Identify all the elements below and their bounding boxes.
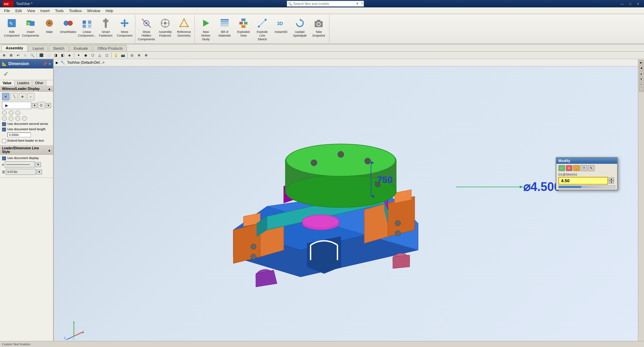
modify-spin-up[interactable]: ▲ [609,178,614,181]
tab-sketch[interactable]: Sketch [49,45,69,51]
update-speedpak-button[interactable]: UpdateSpeedpak [291,15,309,40]
use-doc-second-checkbox[interactable]: ✓ [2,122,6,126]
take-snapshot-button[interactable]: TakeSnapshot [310,15,328,40]
minimize-button[interactable]: — [618,1,626,6]
modify-cancel-btn[interactable]: ✕ [566,165,572,171]
tb2-display4[interactable]: ◧ [59,52,66,59]
modify-edit-btn[interactable]: ✎ [588,165,595,171]
search-input[interactable] [293,2,355,6]
radio-1-3[interactable] [15,110,20,115]
tb2-cameras[interactable]: 📷 [120,52,126,59]
tb2-rotate[interactable]: ↩ [15,52,21,59]
line-width-dropdown[interactable]: ▼ [37,169,42,175]
arrow-page-icon[interactable]: 🗋 [38,102,45,109]
tb2-display1[interactable]: ⬛ [38,52,45,59]
witness-icon-1[interactable]: ✕ [2,93,9,100]
menu-file[interactable]: File [1,8,13,13]
right-btn-3[interactable]: ▲ [639,71,644,76]
use-doc-display-checkbox[interactable]: ✓ [2,156,6,160]
right-btn-2[interactable]: ◀ [639,66,644,70]
bend-value-input[interactable] [7,133,31,137]
tb2-display3[interactable]: ◨ [52,52,59,59]
tb2-section3[interactable]: ⬡ [89,52,96,59]
right-btn-4[interactable]: ▼ [639,77,644,81]
right-btn-6[interactable]: - [639,87,644,92]
linear-component-button[interactable]: LinearComponent... [78,15,96,40]
search-help-icon[interactable]: ? [360,2,364,6]
tab-layout[interactable]: Layout [28,45,48,51]
witness-leader-collapse[interactable]: ▲ [48,87,51,91]
modify-value-input[interactable] [558,177,608,185]
tb2-zoom-fit[interactable]: ⊞ [8,52,14,59]
tb2-section4[interactable]: △ [96,52,103,59]
modify-slider[interactable] [558,186,615,188]
tb2-display2[interactable]: ⬜ [45,52,52,59]
menu-tools[interactable]: Tools [52,8,66,13]
instant3d-button[interactable]: 3D Instant3D [272,15,290,40]
right-btn-1[interactable]: ▶ [639,60,644,65]
tab-evaluate[interactable]: Evaluate [70,45,93,51]
tb2-hide3[interactable]: ⊕ [143,52,149,59]
leader-dim-line-header[interactable]: Leader/Dimension LineStyle ▲ [0,146,53,155]
viewport[interactable]: ▶ 🔧 ToolVise (Default<Def...> [54,59,638,347]
extend-bent-checkbox[interactable] [2,139,6,143]
modify-question-btn[interactable]: ? [581,165,587,171]
tb2-orientation[interactable]: ⊕ [1,52,7,59]
tab-office-products[interactable]: Office Products [93,45,127,51]
move-component-button[interactable]: MoveComponent [116,15,134,40]
explode-line-sketch-button[interactable]: ExplodeLineSketch [253,15,271,42]
edit-component-button[interactable]: ✎ EditComponent [3,15,21,40]
radio-1-1[interactable] [2,110,7,115]
menu-toolbox[interactable]: Toolbox [66,8,85,13]
line-style-dropdown[interactable]: ▼ [36,162,41,167]
panel-pin-button[interactable]: 📌 [43,62,47,66]
smartmates-button[interactable]: SmartMates [59,15,77,40]
menu-help[interactable]: Help [103,8,116,13]
bill-of-materials-button[interactable]: Bill ofMaterials [216,15,234,40]
radio-2-2[interactable] [9,116,13,121]
right-btn-5[interactable]: + [639,82,644,87]
confirm-button[interactable]: ✓ [1,69,10,79]
exploded-view-button[interactable]: ExplodedView [234,15,252,40]
feature-tree-expand[interactable]: ▶ [56,61,58,64]
show-hidden-button[interactable]: ShowHiddenComponents [137,15,155,42]
menu-edit[interactable]: Edit [13,8,25,13]
modify-lock-btn[interactable]: 🔒 [573,165,580,171]
tb2-hide2[interactable]: ⊛ [136,52,142,59]
new-motion-study-button[interactable]: NewMotionStudy [197,15,215,42]
tb2-pan[interactable]: ↕ [22,52,29,59]
radio-2-1[interactable]: · [2,116,7,121]
modify-confirm-btn[interactable]: ✓ [558,165,565,171]
arrow-dropdown-btn[interactable]: ▼ [32,103,37,108]
mate-button[interactable]: Mate [40,15,58,40]
close-button[interactable]: ✕ [635,1,641,6]
insert-components-button[interactable]: ⊞ InsertComponents [21,15,40,40]
witness-leader-header[interactable]: Witness/Leader Display ▲ [0,86,53,92]
witness-icon-3[interactable]: ⊕ [19,93,26,100]
tb2-section2[interactable]: ◉ [82,52,89,59]
modify-spin-down[interactable]: ▼ [609,181,614,184]
tb2-hide1[interactable]: ◎ [129,52,135,59]
tab-value[interactable]: Value [0,80,14,86]
witness-icon-4[interactable]: ⌐ [27,93,35,100]
tb2-display5[interactable]: ◈ [66,52,73,59]
menu-insert[interactable]: Insert [38,8,52,13]
assembly-features-button[interactable]: AssemblyFeatures [156,15,174,40]
tab-assembly[interactable]: Assembly [1,45,28,51]
witness-icon-2[interactable]: ╲ [10,93,18,100]
search-dropdown-icon[interactable]: ▼ [355,2,360,5]
smart-fasteners-button[interactable]: SmartFasteners [97,15,115,40]
restore-button[interactable]: □ [627,1,633,6]
menu-window[interactable]: Window [84,8,103,13]
tb2-section1[interactable]: ✦ [75,52,82,59]
reference-geometry-button[interactable]: ReferenceGeometry [175,15,193,40]
tb2-lights[interactable]: 💡 [112,52,119,59]
radio-1-2[interactable] [9,110,13,115]
tb2-section5[interactable]: ◻ [103,52,110,59]
panel-close-button[interactable]: ✕ [48,62,51,66]
tab-other[interactable]: Other [32,80,46,86]
tab-leaders[interactable]: Leaders [14,80,32,86]
arrow-page-dropdown[interactable]: ▼ [46,103,51,108]
radio-2-3[interactable] [15,116,20,121]
menu-view[interactable]: View [25,8,38,13]
